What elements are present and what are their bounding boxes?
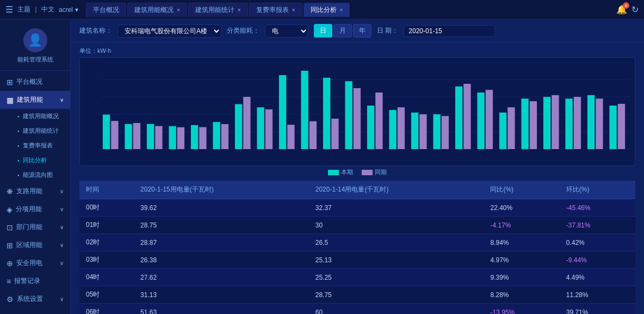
svg-rect-51: [389, 110, 396, 149]
sidebar-item-label-branch: 支路用能: [16, 187, 42, 196]
building-select[interactable]: 安科瑞电气股份有限公司A楼: [117, 24, 221, 38]
legend-prev: 同期: [362, 168, 387, 176]
svg-rect-31: [243, 97, 250, 149]
table-row: 05时31.1328.758.28%11.28%: [79, 286, 635, 304]
svg-rect-43: [331, 119, 338, 149]
btn-day[interactable]: 月: [333, 24, 352, 38]
th-cur: 2020-1-15用电量(千瓦时): [134, 181, 309, 199]
refresh-icon[interactable]: ↻: [631, 4, 639, 15]
svg-rect-48: [367, 106, 374, 149]
svg-rect-70: [530, 101, 537, 149]
sidebar-item-label-alarm: 报警记录: [14, 276, 40, 286]
table-cell: 51.63: [134, 304, 309, 315]
legend-prev-label: 同期: [375, 168, 387, 176]
close-tab-yoy-analysis[interactable]: ×: [340, 7, 343, 13]
table-cell: 39.71%: [560, 304, 635, 315]
svg-rect-33: [257, 107, 264, 149]
sidebar-item-subitem[interactable]: ◈ 分项用能 ∨: [0, 200, 70, 218]
svg-rect-40: [309, 121, 317, 149]
table-cell: 25.25: [309, 269, 484, 286]
svg-rect-37: [287, 125, 294, 149]
close-tab-tariff-report[interactable]: ×: [292, 7, 295, 13]
btn-month[interactable]: 年: [353, 24, 371, 38]
sub-nav-building: 建筑用能概况 建筑用能统计 复费率报表 同比分析 能源流向图: [0, 109, 70, 182]
system-name: 能耗管理系统: [17, 56, 53, 64]
tab-tariff-report[interactable]: 复费率报表 ×: [249, 3, 302, 17]
lang-label: 中文: [41, 5, 54, 14]
bar-chart: 0 20 40 60 80 100 0时1时2时3时4时5时6时7时8时9时10…: [102, 62, 630, 149]
sidebar-item-dept[interactable]: ⊡ 部门用能 ∨: [0, 218, 70, 236]
sub-item-tariff-report[interactable]: 复费率报表: [11, 138, 70, 153]
svg-rect-52: [398, 107, 405, 149]
table-cell: 8.28%: [484, 286, 559, 304]
avatar: 👤: [23, 28, 47, 52]
sidebar-item-branch[interactable]: ❋ 支路用能 ∨: [0, 182, 70, 200]
tab-bar: 平台概况 建筑用能概况 × 建筑用能统计 × 复费率报表 × 同比分析 ×: [86, 3, 616, 17]
sidebar-item-label-building: 建筑用能: [17, 95, 43, 104]
tab-platform[interactable]: 平台概况: [86, 3, 126, 17]
category-select[interactable]: 电: [265, 24, 308, 38]
table-cell: 28.75: [309, 286, 484, 304]
table-area: 时间 2020-1-15用电量(千瓦时) 2020-1-14用电量(千瓦时) 同…: [71, 181, 644, 314]
notification-icon[interactable]: 🔔 8: [616, 4, 627, 15]
sidebar-logo: 👤 能耗管理系统: [0, 20, 70, 71]
table-cell: 28.87: [134, 234, 309, 251]
table-cell: 00时: [79, 199, 134, 217]
sidebar-item-safety[interactable]: ⊕ 安全用电 ∨: [0, 254, 70, 272]
tab-building-overview[interactable]: 建筑用能概况 ×: [127, 3, 187, 17]
svg-rect-73: [552, 95, 559, 149]
svg-rect-16: [133, 123, 140, 149]
table-cell: 31.13: [134, 286, 309, 304]
sidebar-item-region[interactable]: ⊞ 区域用能 ∨: [0, 236, 70, 254]
svg-rect-27: [213, 122, 220, 149]
sidebar-item-platform[interactable]: ⊞ 平台概况: [0, 73, 70, 91]
tab-building-stats[interactable]: 建筑用能统计 ×: [188, 3, 248, 17]
sub-item-building-stats[interactable]: 建筑用能统计: [11, 124, 70, 138]
safety-icon: ⊕: [7, 259, 13, 268]
sidebar-item-alarm[interactable]: ≡ 报警记录: [0, 272, 70, 290]
close-tab-building-stats[interactable]: ×: [238, 7, 241, 13]
user-arrow: ▾: [75, 6, 78, 14]
sub-item-building-overview[interactable]: 建筑用能概况: [11, 109, 70, 124]
close-tab-building-overview[interactable]: ×: [177, 7, 180, 13]
category-label: 分类能耗：: [227, 26, 259, 35]
building-label: 建筑名称：: [79, 26, 112, 35]
filter-bar: 建筑名称： 安科瑞电气股份有限公司A楼 分类能耗： 电 日 月 年 日 期：: [71, 20, 644, 42]
settings-arrow: ∨: [60, 296, 64, 302]
tab-yoy-analysis[interactable]: 同比分析 ×: [304, 3, 350, 17]
sidebar-item-building[interactable]: ▦ 建筑用能 ∨: [0, 91, 70, 109]
sub-item-yoy-analysis[interactable]: 同比分析: [11, 153, 70, 168]
sub-item-energy-flow[interactable]: 能源流向图: [11, 168, 70, 182]
svg-rect-63: [477, 93, 484, 149]
svg-rect-30: [235, 104, 242, 149]
subitem-icon: ◈: [7, 205, 13, 214]
chart-area: 单位：kW·h 0 20 40 60 80 100 0时1时2时3时4时5时6时…: [71, 42, 644, 181]
sub-item-label: 同比分析: [23, 156, 47, 164]
menu-icon[interactable]: ☰: [5, 4, 13, 15]
sidebar-item-settings[interactable]: ⚙ 系统设置 ∨: [0, 290, 70, 308]
sidebar-item-label-subitem: 分项用能: [16, 205, 42, 214]
building-arrow: ∨: [60, 97, 64, 103]
svg-rect-49: [375, 93, 382, 149]
settings-icon: ⚙: [7, 295, 14, 304]
svg-rect-66: [499, 113, 506, 149]
alarm-icon: ≡: [7, 277, 11, 286]
date-input[interactable]: [404, 25, 495, 37]
svg-rect-78: [587, 95, 595, 149]
table-cell: -37.81%: [560, 217, 635, 234]
sidebar-item-label-region: 区域用能: [16, 241, 42, 250]
th-mom: 环比(%): [560, 181, 635, 199]
svg-rect-22: [177, 127, 184, 149]
svg-rect-57: [433, 114, 440, 149]
region-arrow: ∨: [60, 242, 64, 248]
table-cell: 4.49%: [560, 269, 635, 286]
th-yoy: 同比(%): [484, 181, 559, 199]
table-cell: -4.17%: [484, 217, 559, 234]
svg-rect-34: [265, 109, 273, 149]
table-cell: 8.94%: [484, 234, 559, 251]
dept-arrow: ∨: [60, 224, 64, 230]
svg-rect-15: [125, 124, 132, 149]
btn-hour[interactable]: 日: [314, 24, 332, 38]
svg-rect-36: [279, 75, 286, 149]
table-cell: 06时: [79, 304, 134, 315]
